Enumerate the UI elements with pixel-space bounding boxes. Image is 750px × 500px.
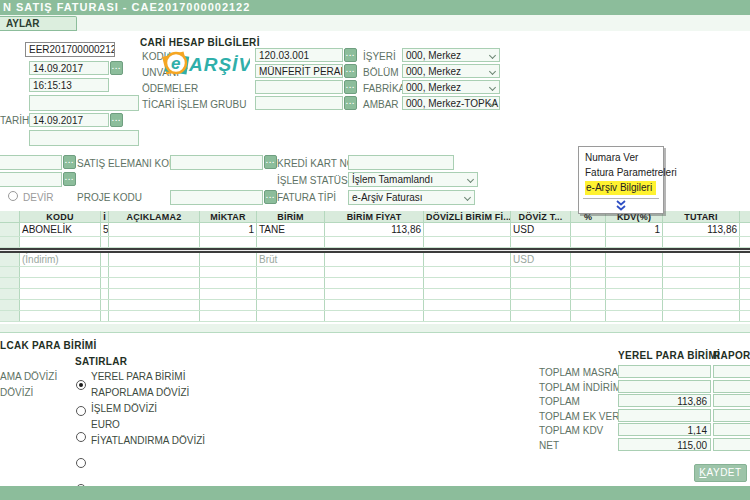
invoice-window: N SATIŞ FATURASI - CAE2017000002122 AYLA… (0, 0, 750, 500)
mid-code-lookup-button-1[interactable] (63, 155, 76, 169)
menu-item-numara-ver[interactable]: Numara Ver (579, 150, 663, 165)
toplam-ek-vergi-value-2 (713, 409, 750, 422)
proje-kodu-lookup-button[interactable] (264, 190, 277, 204)
table-row-empty[interactable] (0, 300, 750, 311)
table-row-indirim[interactable]: (İndirim)BrütUSD (0, 253, 750, 267)
tab-strip (0, 15, 750, 31)
menu-separator (583, 198, 659, 199)
kodu-input[interactable]: 120.03.001 (255, 48, 343, 62)
save-button[interactable]: KAYDET (694, 464, 747, 482)
radio-label-raporlama[interactable]: RAPORLAMA DÖVİZİ (91, 387, 189, 398)
ambar-label: AMBAR (363, 99, 399, 110)
kredi-kart-input[interactable] (348, 155, 454, 170)
mid-code-input-1[interactable] (0, 155, 62, 170)
table-row-empty[interactable] (0, 267, 750, 278)
context-menu: Numara Ver Fatura Parametreleri e-Arşiv … (578, 146, 664, 214)
radio-yerel-para-birimi[interactable] (76, 380, 86, 390)
radio-islem-dovizi[interactable] (76, 432, 86, 442)
odemeler-lookup-button[interactable] (344, 80, 357, 94)
fatura-tipi-label: FATURA TİPİ (277, 192, 336, 203)
radio-label-euro[interactable]: EURO (91, 419, 120, 430)
toplam-ek-vergi-value (618, 409, 711, 422)
unvani-lookup-button[interactable] (344, 64, 357, 78)
tarihi-lookup-button[interactable] (110, 113, 123, 127)
ticari-islem-grubu-lookup-button[interactable] (344, 96, 357, 110)
totals-col2-header: RAPORLA (713, 350, 750, 361)
doc-extra-input-2[interactable] (29, 130, 139, 146)
menu-expand-chevrons-icon[interactable] (614, 200, 628, 211)
devir-label: DEVİR (23, 192, 54, 203)
table-row-empty[interactable] (0, 237, 750, 248)
tarihi-input[interactable]: 14.09.2017 (29, 113, 109, 127)
chevron-down-icon (489, 52, 496, 59)
invoice-lines-table: KODUİAÇIKLAMA2MİKTARBİRİMBİRİM FİYATDÖVİ… (0, 211, 750, 322)
table-row-empty[interactable] (0, 278, 750, 289)
toplam-value: 113,86 (618, 394, 711, 407)
svg-text:ARŞİV: ARŞİV (188, 54, 250, 75)
section-divider (0, 324, 750, 333)
tab-detaylar[interactable]: AYLAR (0, 16, 77, 31)
devir-radio[interactable] (8, 191, 18, 201)
proje-kodu-input[interactable] (170, 190, 263, 205)
toplam-masraf-value-2 (713, 365, 750, 378)
isyeri-label: İŞYERİ (363, 51, 396, 62)
odemeler-input[interactable] (255, 80, 343, 94)
ambar-select[interactable]: 000, Merkez-TOPKA (402, 96, 500, 110)
satis-elemani-label: SATIŞ ELEMANI KODU (77, 158, 184, 169)
totals-col1-header: YEREL PARA BİRİMİ (618, 350, 711, 361)
doc-extra-input-1[interactable] (29, 95, 139, 111)
table-row-empty[interactable] (0, 311, 750, 322)
earsiv-logo: e ARŞİV (158, 46, 250, 86)
kodu-lookup-button[interactable] (344, 48, 357, 62)
toplam-value-2 (713, 394, 750, 407)
unvani-input[interactable]: MÜNFERİT PERAKENDE M (255, 64, 343, 78)
bolum-select[interactable]: 000, Merkez (402, 64, 500, 78)
satis-elemani-input[interactable] (170, 155, 263, 170)
toplam-indirim-label: TOPLAM İNDİRİM (539, 382, 621, 393)
footer-bar (0, 486, 750, 500)
ticari-islem-grubu-input[interactable] (255, 96, 343, 110)
doc-date-lookup-button[interactable] (110, 61, 123, 75)
toplam-indirim-value (618, 380, 711, 393)
toplam-ek-vergi-label: TOPLAM EK VERGİ (539, 411, 630, 422)
satis-elemani-lookup-button[interactable] (264, 155, 277, 169)
radio-label-islem[interactable]: İŞLEM DÖVİZİ (91, 403, 157, 414)
bolum-label: BÖLÜM (363, 67, 399, 78)
radio-label-fiyatlandirma[interactable]: FİYATLANDIRMA DÖVİZİ (91, 435, 205, 446)
window-title: N SATIŞ FATURASI - CAE2017000002122 (0, 0, 750, 15)
fabrika-select[interactable]: 000, Merkez (402, 80, 500, 94)
fabrika-label: FABRİKA (363, 83, 405, 94)
net-label: NET (539, 440, 559, 451)
toplam-kdv-label: TOPLAM KDV (539, 425, 603, 436)
earsiv-logo-icon: e ARŞİV (158, 46, 250, 82)
radio-euro[interactable] (76, 458, 86, 468)
isyeri-select[interactable]: 000, Merkez (402, 48, 500, 62)
net-value: 115,00 (618, 438, 711, 451)
doc-number-input[interactable]: EER2017000002122 (25, 42, 115, 57)
toplam-masraf-label: TOPLAM MASRAF (539, 367, 624, 378)
tarihi-label: TARİHİ (0, 115, 32, 126)
toplam-label: TOPLAM (539, 396, 580, 407)
net-value-2 (713, 438, 750, 451)
toplam-masraf-value (618, 365, 711, 378)
chevron-down-icon (464, 194, 471, 201)
doc-date-input[interactable]: 14.09.2017 (29, 61, 109, 75)
islem-statusu-label: İŞLEM STATÜSÜ (277, 175, 355, 186)
toplam-kdv-value: 1,14 (618, 423, 711, 436)
menu-item-earsiv-bilgileri[interactable]: e-Arşiv Bilgileri (579, 180, 663, 195)
islem-statusu-select[interactable]: İşlem Tamamlandı (348, 172, 478, 187)
doc-time-input[interactable]: 16:15:13 (29, 78, 109, 92)
menu-item-fatura-parametreleri[interactable]: Fatura Parametreleri (579, 165, 663, 180)
fatura-tipi-select[interactable]: e-Arşiv Faturası (348, 190, 475, 205)
table-row-abonelik[interactable]: ABONELİK51TANE113,86USD1113,86 (0, 223, 750, 237)
svg-text:e: e (171, 54, 180, 73)
cut-radio-label-2: DÖVİZİ (0, 387, 33, 398)
toplam-kdv-value-2 (713, 423, 750, 436)
table-row-empty[interactable] (0, 289, 750, 300)
radio-label-yerel[interactable]: YEREL PARA BİRİMİ (91, 371, 185, 382)
kredi-kart-label: KREDİ KART NO. (277, 158, 357, 169)
mid-code-input-2[interactable] (0, 172, 62, 187)
radio-raporlama-dovizi[interactable] (76, 406, 86, 416)
para-birimi-title: LCAK PARA BİRİMİ (0, 340, 96, 351)
mid-code-lookup-button-2[interactable] (63, 172, 76, 186)
